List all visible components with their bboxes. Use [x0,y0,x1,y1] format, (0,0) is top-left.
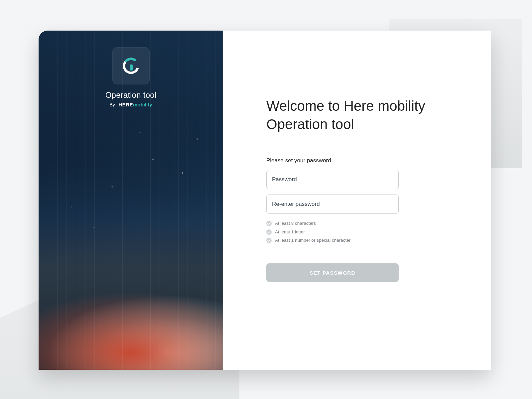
reenter-password-input[interactable] [266,195,399,214]
password-input[interactable] [266,170,399,189]
welcome-line-2: Operation tool [266,116,354,132]
password-rule: At least 1 number or special character [266,236,399,245]
password-rule: At least 8 characters [266,219,399,228]
check-circle-icon [266,229,272,235]
brand-block: Operation tool By HEREmobility [39,47,223,108]
brand-subline: By HEREmobility [110,102,152,108]
form-instruction: Please set your password [266,157,399,164]
welcome-title: Welcome to Here mobility Operation tool [266,97,453,133]
form-panel: Welcome to Here mobility Operation tool … [223,31,491,370]
set-password-button[interactable]: SET PASSWORD [266,263,399,282]
password-rule-text: At least 1 number or special character [275,236,350,245]
brand-mobility: mobility [133,102,152,107]
hero-panel: Operation tool By HEREmobility [39,31,223,370]
check-circle-icon [266,221,272,226]
auth-card: Operation tool By HEREmobility Welcome t… [39,31,491,370]
set-password-form: Please set your password At least 8 char… [266,157,399,282]
welcome-line-1: Welcome to Here mobility [266,98,425,114]
brand-title: Operation tool [105,90,157,100]
brand-here: HERE [118,102,133,107]
svg-rect-2 [130,65,133,70]
password-rules: At least 8 characters At least 1 letter … [266,219,399,245]
brand-logo [112,47,150,84]
password-rule-text: At least 1 letter [275,228,305,236]
password-rule: At least 1 letter [266,228,399,236]
brand-logo-icon [121,56,141,76]
password-rule-text: At least 8 characters [275,219,316,228]
brand-by: By [110,102,115,107]
check-circle-icon [266,238,272,243]
